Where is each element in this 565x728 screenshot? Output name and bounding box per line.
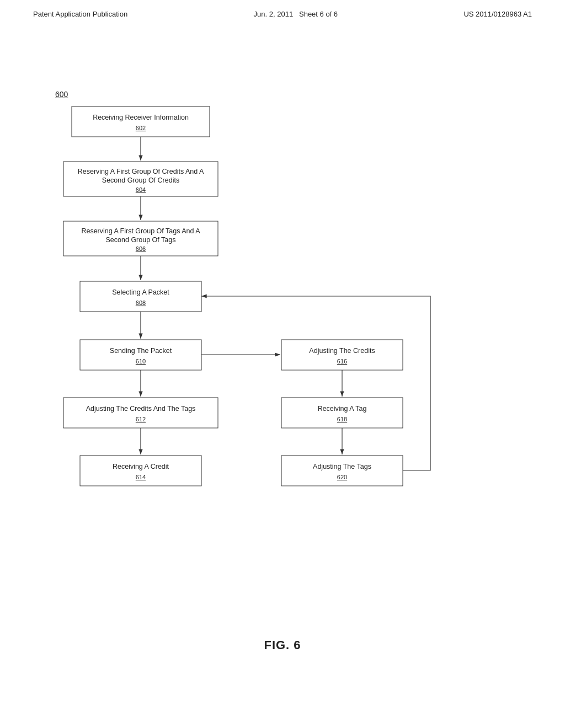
svg-text:Reserving A First Group Of Cre: Reserving A First Group Of Credits And A: [78, 168, 204, 175]
svg-rect-10: [63, 221, 218, 256]
svg-text:614: 614: [136, 474, 146, 480]
svg-text:604: 604: [136, 186, 146, 193]
svg-rect-15: [80, 281, 201, 312]
svg-rect-1: [72, 106, 210, 137]
svg-text:Receiving A Tag: Receiving A Tag: [318, 405, 367, 413]
svg-rect-28: [80, 456, 201, 486]
page-header: Patent Application Publication Jun. 2, 2…: [0, 0, 565, 18]
svg-text:620: 620: [337, 474, 347, 480]
fig-label: FIG. 6: [264, 638, 301, 652]
svg-rect-19: [80, 340, 201, 370]
header-left: Patent Application Publication: [33, 10, 127, 18]
svg-text:618: 618: [337, 416, 347, 422]
svg-text:Adjusting The Tags: Adjusting The Tags: [313, 463, 371, 470]
svg-text:616: 616: [337, 358, 347, 365]
svg-text:606: 606: [136, 245, 146, 252]
svg-text:602: 602: [136, 125, 146, 131]
svg-text:Adjusting The Credits: Adjusting The Credits: [309, 347, 375, 355]
flowchart-svg: Receiving Receiver Information 602 Reser…: [0, 18, 565, 702]
svg-rect-24: [63, 398, 218, 428]
header-right: US 2011/0128963 A1: [463, 10, 532, 18]
svg-text:Second Group Of Tags: Second Group Of Tags: [106, 236, 176, 244]
svg-text:608: 608: [136, 299, 146, 306]
svg-text:610: 610: [136, 358, 146, 365]
svg-text:612: 612: [136, 416, 146, 422]
main-content: 600 Receiving Receiver Information 602 R…: [0, 18, 565, 702]
diagram-label: 600: [55, 90, 68, 99]
svg-text:Sending The Packet: Sending The Packet: [110, 347, 172, 355]
svg-text:Adjusting The Credits And The : Adjusting The Credits And The Tags: [86, 405, 196, 413]
svg-text:Second Group Of Credits: Second Group Of Credits: [102, 176, 179, 184]
header-middle: Jun. 2, 2011 Sheet 6 of 6: [254, 10, 338, 18]
svg-rect-5: [63, 162, 218, 196]
svg-text:Receiving Receiver Information: Receiving Receiver Information: [93, 114, 189, 121]
svg-rect-31: [281, 340, 403, 370]
svg-rect-39: [281, 456, 403, 486]
svg-text:Reserving A First Group Of Tag: Reserving A First Group Of Tags And A: [81, 227, 200, 235]
svg-rect-35: [281, 398, 403, 428]
svg-text:Selecting A Packet: Selecting A Packet: [112, 288, 169, 296]
svg-text:Receiving A Credit: Receiving A Credit: [113, 463, 169, 470]
